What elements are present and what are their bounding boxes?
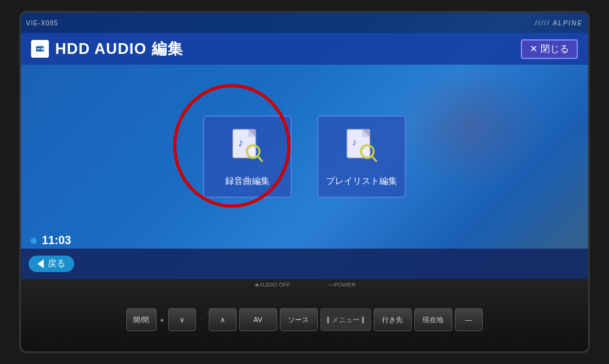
svg-rect-2 [37,48,41,49]
recorded-songs-icon: ♪ [225,126,270,171]
audio-labels: ◄AUDIO OFF —POWER [21,279,588,290]
svg-line-8 [258,156,262,161]
main-content: ♪ 録音曲編集 [21,65,588,249]
svg-text:♪: ♪ [352,137,357,147]
current-location-button[interactable]: 現在地 [414,308,452,331]
recorded-songs-button[interactable]: ♪ 録音曲編集 [203,115,292,198]
svg-point-9 [249,148,257,155]
svg-line-15 [372,156,376,161]
back-button[interactable]: 戻る [29,256,74,272]
button-row: 開/閉 ● ∨ ・ ∧ AV ソース ▎メニュー▎ 行き先 現在地 — [21,290,588,349]
brand-label: ///// ALPINE [535,20,583,27]
dot2-separator: ・ [199,315,206,324]
menu-separator-button: ▎メニュー▎ [320,308,371,331]
status-bar: 戻る [21,249,588,279]
svg-point-1 [41,48,44,50]
close-button[interactable]: ✕ 閉じる [521,39,578,59]
car-unit: VIE-X085 ///// ALPINE HDD AUDIO 編集 ✕ 閉じる [19,11,590,353]
svg-text:♪: ♪ [238,136,244,149]
playlist-label: プレイリスト編集 [326,176,397,187]
screen: VIE-X085 ///// ALPINE HDD AUDIO 編集 ✕ 閉じる [21,13,588,279]
control-panel: ◄AUDIO OFF —POWER 開/閉 ● ∨ ・ ∧ AV ソース ▎メニ… [21,279,588,349]
screen-title: HDD AUDIO 編集 [55,39,183,59]
av-button[interactable]: AV [239,308,277,331]
playlist-icon: ♪ [339,126,384,171]
title-bar: HDD AUDIO 編集 ✕ 閉じる [21,33,588,65]
svg-point-16 [363,148,371,155]
blank-button[interactable]: — [455,308,483,331]
back-label: 戻る [48,258,65,270]
open-close-button[interactable]: 開/閉 [126,308,156,331]
recorded-songs-label: 録音曲編集 [225,176,270,187]
destination-button[interactable]: 行き先 [374,308,412,331]
hdd-icon [31,40,49,58]
down-button[interactable]: ∨ [168,308,196,331]
up-button[interactable]: ∧ [209,308,237,331]
source-button[interactable]: ソース [280,308,318,331]
dot-separator: ● [159,316,166,323]
audio-off-label: ◄AUDIO OFF [254,282,291,288]
playlist-button[interactable]: ♪ プレイリスト編集 [317,115,406,198]
power-label: —POWER [328,282,355,288]
top-bar: VIE-X085 ///// ALPINE [21,13,588,33]
back-arrow-icon [37,259,44,268]
model-label: VIE-X085 [26,20,58,27]
